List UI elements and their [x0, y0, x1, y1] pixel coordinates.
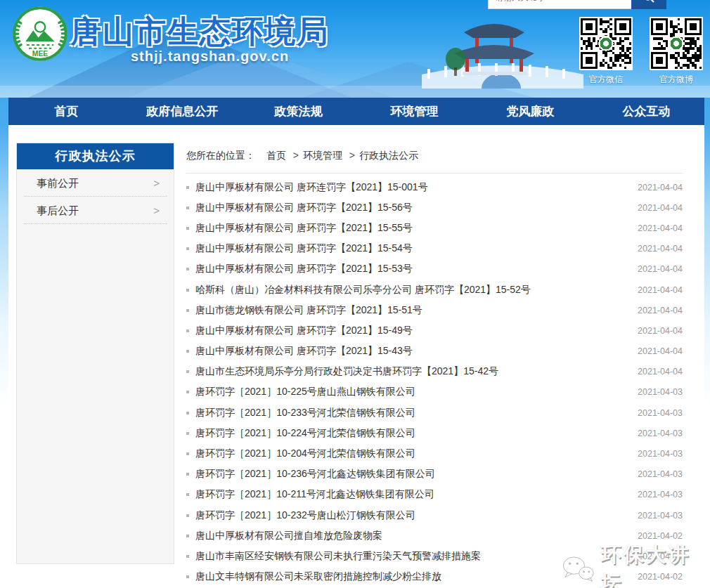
announcement-link[interactable]: 唐山市德龙钢铁有限公司 唐环罚字【2021】15-51号	[195, 304, 624, 317]
sidebar-menu-item[interactable]: 事后公开 >	[24, 197, 167, 224]
qr-wechat-block: 官方微信	[579, 17, 633, 86]
bullet-icon	[186, 514, 189, 517]
announcement-link[interactable]: 唐山中厚板材有限公司 唐环连罚字【2021】15-001号	[195, 181, 624, 194]
list-item[interactable]: 唐山市德龙钢铁有限公司 唐环罚字【2021】15-51号 2021-04-04	[186, 300, 683, 320]
list-item[interactable]: 唐山市丰南区经安钢铁有限公司未执行重污染天气预警减排措施案 2021-04-02	[186, 546, 683, 566]
bullet-icon	[186, 247, 189, 250]
bullet-icon	[186, 227, 189, 230]
nav-item[interactable]: 公众互动	[588, 98, 704, 125]
nav-item[interactable]: 党风廉政	[472, 98, 588, 125]
announcement-link[interactable]: 唐山中厚板材有限公司 唐环罚字【2021】15-53号	[195, 263, 624, 275]
list-item[interactable]: 唐山中厚板材有限公司擅自堆放危险废物案 2021-04-02	[186, 525, 683, 546]
qr-weibo-block: 官方微博	[650, 17, 703, 86]
announcement-date: 2021-04-03	[624, 429, 683, 438]
announcement-link[interactable]: 唐山中厚板材有限公司 唐环罚字【2021】15-43号	[195, 345, 624, 358]
list-item[interactable]: 唐环罚字［2021］10-204号河北荣信钢铁有限公司 2021-04-03	[186, 443, 683, 464]
bullet-icon	[186, 289, 189, 292]
announcement-link[interactable]: 唐环罚字［2021］10-224号河北荣信钢铁有限公司	[195, 427, 624, 440]
announcement-link[interactable]: 唐山中厚板材有限公司 唐环罚字【2021】15-55号	[195, 222, 624, 235]
announcement-date: 2021-04-03	[624, 408, 683, 418]
sidebar-item-label: 事后公开	[37, 197, 79, 224]
sidebar: 行政执法公示 事前公开 > 事后公开 >	[16, 143, 174, 564]
announcement-date: 2021-04-03	[624, 449, 683, 459]
announcement-link[interactable]: 唐环罚字［2021］10-211号河北鑫达钢铁集团有限公司	[195, 488, 624, 501]
sidebar-menu-item[interactable]: 事前公开 >	[24, 169, 167, 197]
announcement-date: 2021-04-04	[624, 285, 683, 295]
breadcrumb-link[interactable]: 首页	[266, 150, 286, 161]
list-item[interactable]: 唐山中厚板材有限公司 唐环罚字【2021】15-56号 2021-04-04	[186, 197, 683, 218]
announcement-date: 2021-04-04	[624, 223, 683, 233]
search-button[interactable]	[631, 0, 666, 9]
main-column: 您所在的位置： 首页 >环境管理 >行政执法公示 唐山中	[186, 125, 683, 587]
announcement-date: 2021-04-04	[624, 183, 683, 192]
search-input[interactable]	[488, 0, 631, 9]
announcement-link[interactable]: 唐环罚字［2021］10-233号河北荣信钢铁有限公司	[195, 407, 624, 419]
breadcrumb-separator: >	[293, 150, 299, 161]
list-item[interactable]: 唐山中厚板材有限公司 唐环罚字【2021】15-55号 2021-04-04	[186, 218, 683, 238]
wechat-qr-label: 官方微信	[579, 74, 633, 86]
bullet-icon	[186, 391, 189, 393]
nav-item[interactable]: 政策法规	[240, 98, 356, 125]
announcement-date: 2021-04-03	[624, 490, 683, 499]
bullet-icon	[186, 268, 189, 270]
breadcrumb-divider	[186, 173, 683, 174]
announcement-link[interactable]: 唐环罚字［2021］10-232号唐山松汀钢铁有限公司	[195, 509, 624, 522]
list-item[interactable]: 唐山中厚板材有限公司 唐环罚字【2021】15-49号 2021-04-04	[186, 320, 683, 341]
wechat-qr-code	[579, 17, 633, 70]
announcement-link[interactable]: 哈斯科（唐山）冶金材料科技有限公司乐亭分公司 唐环罚字【2021】15-52号	[195, 284, 624, 296]
breadcrumb-separator: >	[349, 150, 355, 161]
bullet-icon	[186, 452, 189, 455]
list-item[interactable]: 唐环罚字［2021］10-232号唐山松汀钢铁有限公司 2021-04-03	[186, 505, 683, 525]
announcement-link[interactable]: 唐环罚字［2021］10-204号河北荣信钢铁有限公司	[195, 447, 624, 460]
announcement-list: 唐山中厚板材有限公司 唐环连罚字【2021】15-001号 2021-04-04…	[186, 177, 683, 587]
announcement-link[interactable]: 唐环罚字［2021］10-225号唐山燕山钢铁有限公司	[195, 386, 624, 398]
bullet-icon	[186, 207, 189, 209]
announcement-date: 2021-04-03	[624, 387, 683, 397]
list-item[interactable]: 唐环罚字［2021］10-224号河北荣信钢铁有限公司 2021-04-03	[186, 423, 683, 443]
announcement-date: 2021-04-04	[624, 367, 683, 377]
site-title[interactable]: 唐山市生态环境局	[70, 11, 329, 53]
list-item[interactable]: 哈斯科（唐山）冶金材料科技有限公司乐亭分公司 唐环罚字【2021】15-52号 …	[186, 280, 683, 300]
announcement-link[interactable]: 唐山中厚板材有限公司 唐环罚字【2021】15-56号	[195, 202, 624, 214]
content-area: 行政执法公示 事前公开 > 事后公开 > 您所在的位置：	[8, 125, 704, 588]
announcement-link[interactable]: 唐山中厚板材有限公司擅自堆放危险废物案	[195, 530, 624, 542]
announcement-date: 2021-04-03	[624, 511, 683, 521]
mee-logo[interactable]: MEE	[12, 6, 68, 62]
bullet-icon	[186, 555, 189, 558]
nav-item[interactable]: 政府信息公开	[124, 98, 240, 125]
announcement-link[interactable]: 唐山中厚板材有限公司 唐环罚字【2021】15-49号	[195, 325, 624, 337]
list-item[interactable]: 唐环罚字［2021］10-211号河北鑫达钢铁集团有限公司 2021-04-03	[186, 485, 683, 505]
announcement-date: 2021-04-02	[624, 531, 683, 541]
list-item[interactable]: 唐山中厚板材有限公司 唐环罚字【2021】15-54号 2021-04-04	[186, 239, 683, 259]
svg-text:MEE: MEE	[32, 50, 49, 58]
breadcrumb-link[interactable]: 环境管理	[303, 150, 342, 161]
breadcrumb-link[interactable]: 行政执法公示	[359, 150, 418, 161]
announcement-link[interactable]: 唐环罚字［2021］10-236号河北鑫达钢铁集团有限公司	[195, 468, 624, 481]
search-icon	[643, 0, 655, 4]
breadcrumb-trail: 首页 >环境管理 >行政执法公示	[258, 150, 418, 161]
announcement-date: 2021-04-04	[624, 346, 683, 356]
list-item[interactable]: 唐环罚字［2021］10-236号河北鑫达钢铁集团有限公司 2021-04-03	[186, 464, 683, 485]
list-item[interactable]: 唐山中厚板材有限公司 唐环罚字【2021】15-43号 2021-04-04	[186, 341, 683, 362]
list-item[interactable]: 唐环罚字［2021］10-233号河北荣信钢铁有限公司 2021-04-03	[186, 403, 683, 423]
nav-item[interactable]: 首页	[8, 98, 124, 125]
breadcrumb-prefix: 您所在的位置：	[186, 150, 255, 161]
list-item[interactable]: 唐山文丰特钢有限公司未采取密闭措施控制减少粉尘排放 2021-04-02	[186, 567, 683, 587]
sidebar-title: 行政执法公示	[17, 143, 174, 169]
bullet-icon	[186, 329, 189, 332]
nav-item[interactable]: 环境管理	[356, 98, 472, 125]
site-url: sthjj.tangshan.gov.cn	[131, 48, 289, 65]
announcement-date: 2021-04-04	[624, 203, 683, 213]
list-item[interactable]: 唐山市生态环境局乐亭分局行政处罚决定书唐环罚字【2021】15-42号 2021…	[186, 362, 683, 382]
announcement-link[interactable]: 唐山市丰南区经安钢铁有限公司未执行重污染天气预警减排措施案	[195, 550, 624, 563]
list-item[interactable]: 唐山中厚板材有限公司 唐环罚字【2021】15-53号 2021-04-04	[186, 259, 683, 280]
search-bar	[488, 0, 666, 9]
announcement-date: 2021-04-02	[624, 551, 683, 561]
list-item[interactable]: 唐环罚字［2021］10-225号唐山燕山钢铁有限公司 2021-04-03	[186, 382, 683, 403]
announcement-link[interactable]: 唐山市生态环境局乐亭分局行政处罚决定书唐环罚字【2021】15-42号	[195, 365, 624, 378]
announcement-link[interactable]: 唐山中厚板材有限公司 唐环罚字【2021】15-54号	[195, 242, 624, 255]
announcement-link[interactable]: 唐山文丰特钢有限公司未采取密闭措施控制减少粉尘排放	[195, 570, 624, 583]
list-item[interactable]: 唐山中厚板材有限公司 唐环连罚字【2021】15-001号 2021-04-04	[186, 177, 683, 197]
announcement-date: 2021-04-02	[624, 572, 683, 582]
announcement-date: 2021-04-04	[624, 264, 683, 274]
